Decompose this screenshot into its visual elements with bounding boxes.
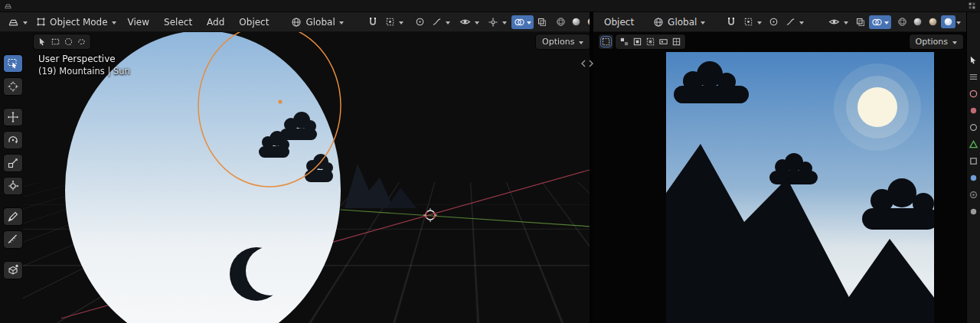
transform-icon [7, 180, 19, 192]
chevron-down-icon [956, 21, 961, 24]
rotate-icon [7, 134, 19, 146]
overlays-toggle[interactable] [511, 15, 534, 29]
global-orientation-icon [291, 17, 302, 28]
topbar-chevron-icon[interactable] [17, 0, 21, 13]
proportional-falloff-dropdown[interactable] [428, 15, 454, 29]
transform-orientation-dropdown[interactable]: Global [287, 15, 347, 30]
proportional-editing-toggle[interactable] [766, 15, 781, 28]
topbar [0, 0, 980, 12]
properties-tab-material-icon[interactable] [969, 207, 978, 217]
chevron-down-icon [527, 21, 531, 24]
left-viewport-toolbar [4, 55, 22, 279]
scene-collection-label: (19) Mountains | Sun [38, 66, 130, 77]
shading-wireframe-button[interactable] [554, 15, 568, 28]
mountain-object-small[interactable] [387, 188, 416, 208]
chevron-down-icon [757, 21, 762, 24]
visibility-dropdown[interactable] [825, 14, 852, 30]
properties-tab-scene-icon[interactable] [969, 122, 978, 132]
chevron-down-icon [579, 41, 583, 44]
mountain-object[interactable] [345, 164, 394, 208]
properties-tab-data-icon[interactable] [969, 139, 978, 149]
menu-select[interactable]: Select [157, 15, 199, 30]
object-origin-dot[interactable] [279, 100, 283, 104]
properties-tab-output-icon[interactable] [969, 89, 978, 99]
wireframe-sphere-icon [556, 17, 566, 27]
falloff-curve-icon [432, 17, 442, 27]
select-lasso-icon[interactable] [77, 37, 87, 47]
wireframe-sphere-icon [897, 17, 907, 27]
editor-divider[interactable] [590, 0, 593, 323]
tool-move[interactable] [4, 109, 22, 126]
chevron-down-icon [844, 21, 848, 24]
mode-icon-d[interactable] [658, 37, 668, 47]
right-3d-viewport[interactable]: Object Global [593, 0, 966, 323]
properties-tab-object-icon[interactable] [969, 156, 978, 166]
chevron-down-icon [112, 21, 116, 24]
tool-annotate[interactable] [4, 208, 22, 225]
viewport-editor-icon [8, 16, 19, 28]
mode-icon-b[interactable] [632, 37, 642, 47]
tool-measure[interactable] [4, 231, 22, 248]
properties-tab-render-icon[interactable] [969, 72, 978, 82]
snap-target-dropdown[interactable] [740, 15, 766, 29]
snap-magnet-toggle[interactable] [365, 15, 381, 29]
active-tool-icon [601, 37, 611, 47]
mode-icon-e[interactable] [671, 37, 681, 47]
moon-crescent[interactable] [230, 247, 283, 301]
x-ray-toggle[interactable] [853, 15, 868, 29]
properties-tab-physics-icon[interactable] [969, 173, 978, 183]
tool-transform[interactable] [4, 178, 22, 194]
gizmos-dropdown[interactable] [484, 15, 511, 30]
cursor-tool-icon [7, 80, 19, 93]
orientation-label: Global [305, 17, 335, 28]
shading-rendered-button[interactable] [941, 15, 956, 28]
area-resize-handle[interactable] [580, 57, 595, 71]
shading-material-button[interactable] [926, 15, 940, 28]
tool-cursor[interactable] [4, 78, 22, 95]
chevron-down-icon [399, 21, 403, 24]
menu-object[interactable]: Object [232, 15, 276, 30]
tweak-tool-icon[interactable] [38, 37, 47, 47]
mode-dropdown[interactable]: Object Mode [32, 15, 120, 30]
menu-view[interactable]: View [121, 15, 156, 30]
select-box-icon[interactable] [51, 37, 60, 47]
right-tool-settings [616, 34, 685, 49]
material-sphere-icon [928, 17, 938, 27]
tool-select-box[interactable] [4, 55, 22, 72]
rendered-scene-canvas[interactable] [666, 52, 934, 323]
snap-magnet-toggle[interactable] [724, 15, 739, 29]
shading-mode-group [895, 15, 961, 28]
tool-scale[interactable] [4, 155, 22, 171]
tool-add-cube[interactable] [4, 262, 22, 279]
mode-icon-c[interactable] [645, 37, 655, 47]
shading-wireframe-button[interactable] [895, 15, 910, 28]
proportional-editing-toggle[interactable] [413, 15, 427, 28]
left-options-dropdown[interactable]: Options [536, 34, 590, 49]
overlays-toggle[interactable] [869, 15, 891, 29]
mode-icon-a[interactable] [619, 37, 629, 47]
right-active-tool[interactable] [599, 34, 613, 49]
properties-tab-tool-icon[interactable] [969, 55, 978, 65]
right-options-dropdown[interactable]: Options [910, 34, 963, 49]
topbar-editor-type-icon[interactable] [4, 0, 12, 13]
snap-target-icon [743, 17, 753, 27]
proportional-circle-icon [415, 17, 425, 27]
snap-target-dropdown[interactable] [381, 15, 407, 29]
transform-orientation-dropdown[interactable]: Global [649, 15, 709, 30]
visibility-dropdown[interactable] [456, 14, 483, 30]
shading-solid-button[interactable] [910, 15, 925, 28]
left-3d-viewport[interactable]: Object Mode View Select Add Object Globa… [0, 0, 590, 323]
proportional-falloff-dropdown[interactable] [782, 15, 808, 29]
menu-object[interactable]: Object [597, 15, 641, 30]
gizmo-icon [488, 17, 498, 28]
tool-rotate[interactable] [4, 132, 22, 148]
menu-add[interactable]: Add [200, 15, 231, 30]
shading-solid-button[interactable] [569, 15, 583, 28]
properties-tab-modifiers-icon[interactable] [969, 190, 978, 200]
topbar-workspace-icon[interactable] [968, 0, 976, 13]
x-ray-toggle[interactable] [534, 15, 550, 29]
select-circle-icon[interactable] [64, 37, 74, 47]
chevron-down-icon [799, 21, 804, 24]
properties-tab-view-layer-icon[interactable] [969, 106, 978, 116]
editor-type-button[interactable] [4, 14, 31, 30]
